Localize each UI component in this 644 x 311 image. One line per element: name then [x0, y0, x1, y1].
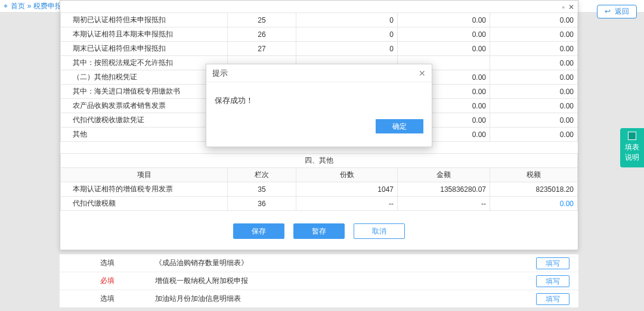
cell-name: 代扣代缴税额 — [61, 197, 228, 211]
cell-amount[interactable]: 0.00 — [398, 27, 490, 42]
cell-tax[interactable]: 0.00 — [490, 27, 578, 42]
cell-copies[interactable]: 0 — [296, 13, 398, 27]
col-project: 项目 — [61, 168, 228, 182]
alert-close-icon[interactable]: ✕ — [419, 64, 426, 82]
cell-tax[interactable]: 0.00 — [490, 127, 578, 142]
cell-name: 农产品收购发票或者销售发票 — [61, 99, 228, 113]
crumb-sep: » — [27, 2, 32, 10]
alert-message: 保存成功！ — [206, 82, 432, 119]
side-tab-label: 填表说明 — [625, 143, 639, 161]
action-bar: 保存 暂存 取消 — [60, 223, 578, 239]
fill-button[interactable]: 填写 — [536, 293, 569, 305]
col-index: 栏次 — [228, 168, 296, 182]
table-row: 代扣代缴税额36----0.00 — [61, 197, 578, 211]
form-name: 加油站月份加油信息明细表 — [155, 294, 527, 304]
cell-copies[interactable]: -- — [296, 197, 398, 211]
cell-amount[interactable]: -- — [398, 197, 490, 211]
cell-col: 26 — [228, 27, 296, 42]
cell-col: 36 — [228, 197, 296, 211]
save-button[interactable]: 保存 — [233, 223, 284, 239]
col-copies: 份数 — [296, 168, 398, 182]
checklist-icon — [628, 132, 636, 140]
cell-tax[interactable]: 0.00 — [490, 56, 578, 70]
list-item: 选填 《成品油购销存数量明细表》 填写 — [60, 254, 578, 272]
form-list: 选填 《成品油购销存数量明细表》 填写 必填 增值税一般纳税人附加税申报 填写 … — [60, 254, 578, 307]
cell-tax[interactable]: 8235018.20 — [490, 182, 578, 197]
list-item: 选填 加油站月份加油信息明细表 填写 — [60, 290, 578, 307]
tag-optional: 选填 — [60, 258, 155, 268]
table-row: 期末已认证相符但未申报抵扣2700.000.00 — [61, 42, 578, 56]
location-icon: ⌖ — [4, 0, 8, 12]
tag-required: 必填 — [60, 276, 155, 286]
table-row: 本期认证相符且本期未申报抵扣2600.000.00 — [61, 27, 578, 42]
return-icon: ↩ — [605, 7, 611, 15]
fill-button[interactable]: 填写 — [536, 275, 569, 287]
section-header: 四、其他 — [61, 154, 578, 168]
close-icon[interactable]: ✕ — [568, 3, 574, 11]
cell-col: 35 — [228, 182, 296, 197]
cell-col: 25 — [228, 13, 296, 27]
cell-tax[interactable]: 0.00 — [490, 113, 578, 127]
window-controls: ▫ ✕ — [562, 3, 574, 11]
fill-instructions-tab[interactable]: 填表说明 — [620, 128, 644, 167]
cell-name: 代扣代缴税收缴款凭证 — [61, 113, 228, 127]
cell-name: 期末已认证相符但未申报抵扣 — [61, 42, 228, 56]
col-tax: 税额 — [490, 168, 578, 182]
alert-title: 提示 — [212, 64, 228, 82]
crumb-home[interactable]: 首页 — [11, 2, 25, 10]
fill-button[interactable]: 填写 — [536, 257, 569, 269]
form-name: 增值税一般纳税人附加税申报 — [155, 276, 527, 286]
cell-copies[interactable]: 0 — [296, 27, 398, 42]
cell-col: 27 — [228, 42, 296, 56]
col-amount: 金额 — [398, 168, 490, 182]
cell-tax[interactable]: 0.00 — [490, 85, 578, 99]
cell-tax[interactable]: 0.00 — [490, 99, 578, 113]
tag-optional: 选填 — [60, 294, 155, 304]
cell-name: 其中：按照税法规定不允许抵扣 — [61, 56, 228, 70]
alert-dialog: 提示 ✕ 保存成功！ 确定 — [206, 64, 432, 147]
cell-tax[interactable]: 0.00 — [490, 13, 578, 27]
cell-tax[interactable]: 0.00 — [490, 42, 578, 56]
cell-tax[interactable]: 0.00 — [490, 197, 578, 211]
cell-tax[interactable]: 0.00 — [490, 70, 578, 85]
return-button[interactable]: ↩ 返回 — [597, 5, 637, 18]
list-item: 必填 增值税一般纳税人附加税申报 填写 — [60, 272, 578, 290]
cell-amount[interactable]: 0.00 — [398, 42, 490, 56]
alert-ok-button[interactable]: 确定 — [376, 119, 423, 133]
table-row: 本期认证相符的增值税专用发票351047135836280.078235018.… — [61, 182, 578, 197]
cell-name: 其他 — [61, 127, 228, 142]
tempsave-button[interactable]: 暂存 — [293, 223, 345, 239]
cell-name: 期初已认证相符但未申报抵扣 — [61, 13, 228, 27]
cell-name: 本期认证相符的增值税专用发票 — [61, 182, 228, 197]
cancel-button[interactable]: 取消 — [354, 223, 405, 239]
cell-copies[interactable]: 0 — [296, 42, 398, 56]
cell-name: 其中：海关进口增值税专用缴款书 — [61, 85, 228, 99]
return-label: 返回 — [615, 7, 629, 15]
cell-amount[interactable]: 0.00 — [398, 13, 490, 27]
table-row: 期初已认证相符但未申报抵扣2500.000.00 — [61, 13, 578, 27]
cell-amount[interactable]: 135836280.07 — [398, 182, 490, 197]
minimize-icon[interactable]: ▫ — [562, 3, 565, 11]
cell-copies[interactable]: 1047 — [296, 182, 398, 197]
cell-name: （二）其他扣税凭证 — [61, 70, 228, 85]
cell-name: 本期认证相符且本期未申报抵扣 — [61, 27, 228, 42]
form-name: 《成品油购销存数量明细表》 — [155, 258, 527, 268]
